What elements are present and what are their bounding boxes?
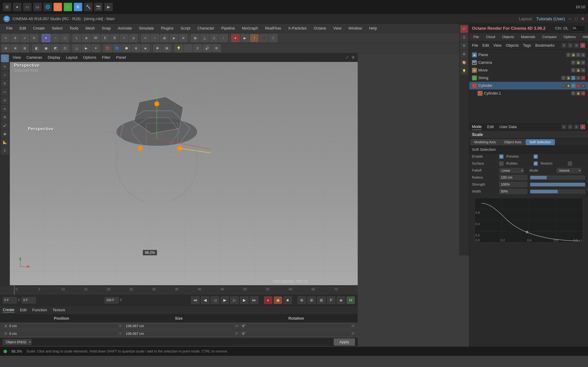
tool-live[interactable]: L bbox=[72, 34, 81, 42]
cylinder-tag1[interactable]: ◈ bbox=[571, 83, 575, 88]
oct-file[interactable]: File bbox=[471, 34, 482, 40]
taskbar-icon-play[interactable]: ▶ bbox=[104, 3, 113, 11]
vp-menu-cameras[interactable]: Cameras bbox=[26, 55, 42, 60]
objmgr-objects[interactable]: Objects bbox=[506, 43, 519, 48]
btn-go-start[interactable]: ⏮ bbox=[191, 296, 199, 304]
tool2-10[interactable]: ✦ bbox=[91, 44, 100, 52]
tool-scale-left[interactable]: ⤢ bbox=[1, 71, 9, 79]
plane-tag[interactable]: ◈ bbox=[581, 53, 585, 57]
btn-mode-1[interactable]: ⊕ bbox=[297, 296, 306, 304]
plane-dots[interactable]: ⚙ bbox=[576, 53, 580, 57]
tool-rotate[interactable]: ↻ bbox=[30, 34, 38, 42]
camera-tag[interactable]: ◈ bbox=[581, 60, 585, 65]
tool2-14[interactable]: ⊕ bbox=[132, 44, 140, 52]
cylinder1-lock[interactable]: 🔒 bbox=[576, 91, 580, 95]
tool-weld[interactable]: W bbox=[91, 34, 100, 42]
vp-settings[interactable]: ⚙ bbox=[351, 55, 355, 60]
octane-dropdown[interactable]: DL bbox=[571, 25, 585, 32]
vp-menu-display[interactable]: Display bbox=[48, 55, 60, 60]
oct-compare[interactable]: Compare bbox=[539, 34, 559, 40]
menu-tools[interactable]: Tools bbox=[66, 25, 82, 32]
minimize-btn[interactable]: ─ bbox=[568, 17, 571, 21]
lower-tab-edit[interactable]: Edit bbox=[20, 308, 26, 312]
timeline[interactable]: 0 5 10 15 20 25 30 35 40 45 50 55 60 65 … bbox=[0, 285, 358, 295]
taskbar-icon-cam[interactable]: 📷 bbox=[94, 3, 103, 11]
menu-select[interactable]: Select bbox=[48, 25, 66, 32]
btn-mode-4[interactable]: P bbox=[327, 296, 335, 304]
prop-strength-input[interactable] bbox=[499, 182, 527, 187]
btn-mode-2[interactable]: ⊗ bbox=[307, 296, 316, 304]
tool2-1[interactable]: ⊕ bbox=[1, 44, 10, 52]
btn-mode-3[interactable]: ⊞ bbox=[317, 296, 326, 304]
btn-record-red[interactable]: ● bbox=[264, 296, 272, 304]
tool-render[interactable]: ● bbox=[231, 34, 240, 42]
prop-strength-slider[interactable] bbox=[530, 183, 585, 186]
tool-info[interactable]: ℹ bbox=[1, 147, 9, 154]
tool2-2[interactable]: ⊗ bbox=[11, 44, 20, 52]
obj-row-plane[interactable]: ▣ Plane 👁 🔒 ⚙ ◈ bbox=[469, 51, 588, 59]
mode-btn-3[interactable]: ⊞ bbox=[574, 125, 579, 129]
btn-next-frame[interactable]: ▶ bbox=[240, 296, 249, 304]
tool-render3[interactable]: ⬛ bbox=[259, 34, 268, 42]
string-tag3[interactable]: ● bbox=[581, 76, 585, 80]
menu-realflow[interactable]: RealFlow bbox=[261, 25, 285, 32]
cylinder-lock[interactable]: 🔒 bbox=[566, 83, 571, 88]
tool-rotate-left[interactable]: ↻ bbox=[1, 80, 9, 87]
menu-edit[interactable]: Edit bbox=[16, 25, 30, 32]
obj-row-cylinder[interactable]: ⭕ Cylinder 👁 🔒 ◈ ● ◈ bbox=[469, 82, 588, 90]
prop-width-slider[interactable] bbox=[530, 190, 585, 193]
tool2-19[interactable]: 🎥 bbox=[184, 44, 192, 52]
menu-character[interactable]: Character bbox=[194, 25, 218, 32]
btn-autokey[interactable]: ◉ bbox=[274, 296, 282, 304]
cylinder-vis[interactable]: 👁 bbox=[562, 83, 566, 88]
tool2-6[interactable]: ◩ bbox=[51, 44, 60, 52]
tool-select-lasso[interactable]: ⌀ bbox=[1, 105, 9, 113]
psr-x-rot[interactable] bbox=[241, 323, 351, 329]
psr-y-size[interactable] bbox=[124, 331, 235, 337]
tool2-11[interactable]: ⭕ bbox=[103, 44, 112, 52]
oct-materials[interactable]: Materials bbox=[518, 34, 538, 40]
menu-simulate[interactable]: Simulate bbox=[135, 25, 157, 32]
tool2-4[interactable]: ◧ bbox=[32, 44, 41, 52]
close-btn[interactable]: ✕ bbox=[581, 17, 585, 21]
cylinder-tag3[interactable]: ◈ bbox=[581, 83, 585, 88]
tool-sculpt[interactable]: ◉ bbox=[1, 130, 9, 138]
vp-menu-filter[interactable]: Filter bbox=[102, 55, 111, 60]
plane-lock[interactable]: 🔒 bbox=[571, 53, 575, 57]
frame-max-input[interactable] bbox=[105, 297, 119, 303]
mode-btn-4[interactable]: ● bbox=[580, 125, 585, 129]
obj-mgr-btn-3[interactable]: ⊞ bbox=[574, 43, 579, 48]
prop-enable-checkbox[interactable]: ✓ bbox=[499, 154, 503, 159]
obj-mgr-btn-1[interactable]: ⊕ bbox=[562, 43, 566, 48]
psr-icon-4[interactable]: ⚙ bbox=[460, 50, 468, 58]
string-tag1[interactable]: ◈ bbox=[571, 76, 575, 80]
frame-current-input[interactable] bbox=[22, 297, 36, 303]
prop-mode-select[interactable]: Volume Surface bbox=[557, 168, 581, 173]
vp-menu-view[interactable]: View bbox=[13, 55, 21, 60]
tool2-15[interactable]: ◈ bbox=[141, 44, 150, 52]
tab-user-data[interactable]: User Data bbox=[500, 124, 517, 130]
psr-x-size[interactable] bbox=[124, 323, 235, 329]
lower-tab-create[interactable]: Create bbox=[3, 308, 14, 312]
taskbar-icon-1[interactable]: ● bbox=[13, 3, 21, 11]
tool2-9[interactable]: ▶ bbox=[82, 44, 91, 52]
btn-next-keyframe[interactable]: ▷ bbox=[230, 296, 239, 304]
prop-preview-checkbox[interactable]: ✓ bbox=[534, 154, 538, 159]
tool-select-loop[interactable]: ⊙ bbox=[1, 96, 9, 104]
prop-restrict-checkbox[interactable] bbox=[568, 161, 572, 166]
taskbar-icon-tools[interactable]: 🔧 bbox=[84, 3, 92, 11]
tool2-16[interactable]: ✚ bbox=[153, 44, 162, 52]
prop-surface-checkbox[interactable] bbox=[499, 161, 503, 166]
psr-y-rot[interactable] bbox=[241, 331, 351, 337]
obj-mgr-btn-4[interactable]: ● bbox=[580, 43, 585, 48]
objmgr-file[interactable]: File bbox=[472, 43, 478, 48]
move-tag[interactable]: ◈ bbox=[581, 68, 585, 72]
tool-measure[interactable]: 📐 bbox=[1, 138, 9, 146]
psr-icon-2[interactable]: S bbox=[460, 33, 468, 41]
tool-pointer[interactable]: ↖ bbox=[1, 34, 10, 42]
tool-smooth[interactable]: ≋ bbox=[179, 34, 188, 42]
tab-object-axis[interactable]: Object Axis bbox=[500, 139, 525, 145]
obj-row-cylinder1[interactable]: ⭕ Cylinder.1 👁 🔒 ● bbox=[469, 90, 588, 97]
tool-scale[interactable]: ⤢ bbox=[20, 34, 29, 42]
obj-row-string[interactable]: ⬡ String 👁 🔒 ◈ ◈ ● bbox=[469, 74, 588, 82]
